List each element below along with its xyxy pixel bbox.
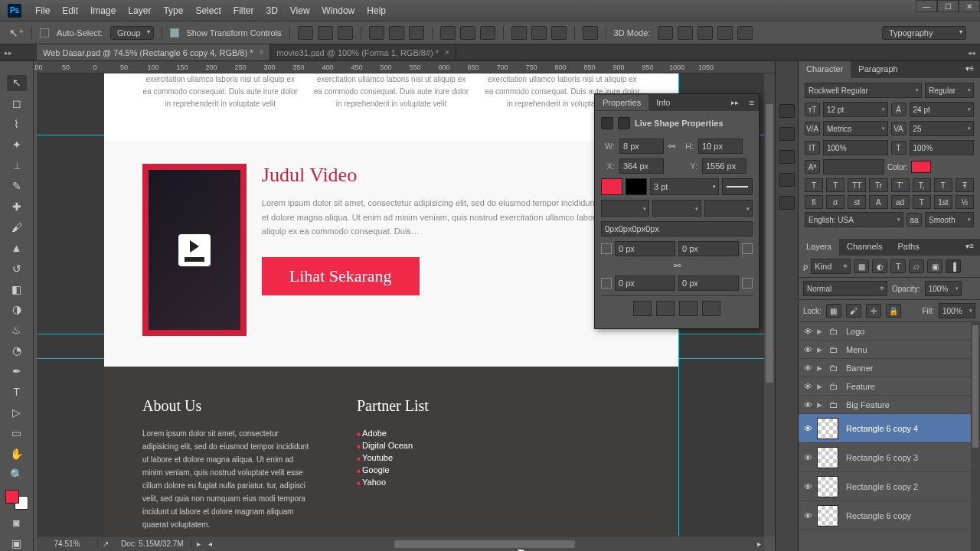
expand-panels-left-icon[interactable]: ▸▸ xyxy=(5,49,12,57)
layer-row[interactable]: 👁Rectangle 6 copy 4 xyxy=(799,414,980,443)
menu-filter[interactable]: Filter xyxy=(227,5,260,16)
text-style-button[interactable]: TT xyxy=(848,178,866,192)
text-style-button[interactable]: T, xyxy=(913,178,931,192)
type-tool[interactable]: T xyxy=(7,384,27,400)
lasso-tool[interactable]: ⌇ xyxy=(7,116,27,132)
visibility-toggle-icon[interactable]: 👁 xyxy=(802,400,814,409)
fill-swatch[interactable] xyxy=(601,178,622,195)
minimize-button[interactable]: — xyxy=(916,0,937,12)
align-icon[interactable] xyxy=(318,26,333,40)
stroke-align-dropdown[interactable]: ▾ xyxy=(601,200,649,217)
scroll-left-icon[interactable]: ◂ xyxy=(205,540,215,548)
close-tab-icon[interactable]: × xyxy=(445,48,449,57)
scroll-right-icon[interactable]: ▸ xyxy=(754,540,764,548)
expand-icon[interactable]: ▶ xyxy=(817,401,826,409)
props-action-icon[interactable] xyxy=(702,301,720,316)
layer-row[interactable]: 👁▶🗀Menu xyxy=(799,341,980,359)
visibility-toggle-icon[interactable]: 👁 xyxy=(802,382,814,391)
visibility-toggle-icon[interactable]: 👁 xyxy=(802,364,814,373)
opentype-button[interactable]: ½ xyxy=(956,195,974,209)
canvas-vertical-scrollbar[interactable] xyxy=(764,73,775,536)
pen-tool[interactable]: ✒ xyxy=(7,364,27,380)
distribute-icon[interactable] xyxy=(480,26,495,40)
fill-field[interactable]: 100%▾ xyxy=(939,303,975,318)
mode3d-icon[interactable] xyxy=(717,26,733,40)
wand-tool[interactable]: ✦ xyxy=(7,137,27,153)
text-style-button[interactable]: T' xyxy=(891,178,910,192)
mini-panel-icon[interactable] xyxy=(779,104,795,118)
visibility-toggle-icon[interactable]: 👁 xyxy=(802,511,814,520)
menu-help[interactable]: Help xyxy=(361,5,392,16)
auto-align-icon[interactable] xyxy=(583,26,598,40)
opacity-field[interactable]: 100%▾ xyxy=(925,281,962,296)
layer-row[interactable]: 👁Rectangle 6 copy xyxy=(799,501,980,530)
filter-type-icon[interactable]: T xyxy=(890,259,906,273)
mini-panel-icon[interactable] xyxy=(779,173,795,187)
layer-row[interactable]: 👁▶🗀Big Feature xyxy=(799,396,980,414)
opentype-button[interactable]: ad xyxy=(891,195,910,209)
expand-icon[interactable]: ▶ xyxy=(817,328,826,335)
align-icon[interactable] xyxy=(389,26,404,40)
hand-tool[interactable]: ✋ xyxy=(7,445,27,461)
collapse-panel-icon[interactable]: ▸▸ xyxy=(725,99,745,106)
text-style-button[interactable]: T xyxy=(826,178,844,192)
opentype-button[interactable]: T xyxy=(913,195,931,209)
panel-menu-icon[interactable]: ▾≡ xyxy=(959,61,980,78)
leading-field[interactable]: 24 pt▾ xyxy=(910,102,975,117)
blend-mode-dropdown[interactable]: Normal≑ xyxy=(803,281,887,296)
close-button[interactable]: ✕ xyxy=(959,0,980,12)
foreground-background-colors[interactable] xyxy=(5,490,28,510)
mode3d-icon[interactable] xyxy=(697,26,713,40)
stroke-corners-dropdown[interactable]: ▾ xyxy=(704,200,753,217)
expand-icon[interactable]: ▶ xyxy=(817,346,826,354)
text-style-button[interactable]: Tr xyxy=(869,178,887,192)
link-wh-icon[interactable]: ⚯ xyxy=(668,142,675,152)
tab-paragraph[interactable]: Paragraph xyxy=(851,61,905,78)
tab-info[interactable]: Info xyxy=(648,95,678,110)
link-corners-icon[interactable]: ⚯ xyxy=(674,261,681,270)
props-action-icon[interactable] xyxy=(679,301,697,316)
props-action-icon[interactable] xyxy=(656,301,675,316)
lock-paint-icon[interactable]: 🖌 xyxy=(846,304,861,318)
font-style-dropdown[interactable]: Regular▾ xyxy=(925,83,974,98)
layer-row[interactable]: 👁Rectangle 6 copy 2 xyxy=(799,472,980,501)
doc-size[interactable]: Doc: 5.15M/32.7M xyxy=(113,540,192,548)
document-tab[interactable]: movie31.psd @ 100% (Forma 1, RGB/8#) *× xyxy=(270,44,456,60)
filter-shape-icon[interactable]: ▱ xyxy=(909,259,924,273)
mode3d-icon[interactable] xyxy=(678,26,693,40)
doc-step-icon[interactable]: ▸ xyxy=(192,540,205,548)
tab-layers[interactable]: Layers xyxy=(799,239,839,256)
visibility-toggle-icon[interactable]: 👁 xyxy=(802,424,814,433)
width-field[interactable]: 8 px xyxy=(619,139,664,154)
crop-tool[interactable]: ⟂ xyxy=(7,158,27,174)
tracking-field[interactable]: 25▾ xyxy=(910,121,975,136)
stroke-caps-dropdown[interactable]: ▾ xyxy=(652,200,701,217)
shape-tool[interactable]: ▭ xyxy=(7,425,27,441)
mini-panel-icon[interactable] xyxy=(779,150,795,164)
stamp-tool[interactable]: ▲ xyxy=(7,240,27,256)
corner-tl-icon[interactable] xyxy=(601,243,612,254)
history-brush-tool[interactable]: ↺ xyxy=(7,260,27,276)
text-color-swatch[interactable] xyxy=(911,161,931,173)
screen-mode-icon[interactable]: ▣ xyxy=(7,535,27,551)
eyedropper-tool[interactable]: ✎ xyxy=(7,178,27,194)
mode3d-icon[interactable] xyxy=(737,26,753,40)
workspace-switcher[interactable]: Typography xyxy=(882,26,966,40)
tab-character[interactable]: Character xyxy=(799,61,851,78)
filter-toggle[interactable]: ▐ xyxy=(946,259,961,273)
opentype-button[interactable]: st xyxy=(848,195,866,209)
x-field[interactable]: 364 px xyxy=(619,158,664,174)
panel-menu-icon[interactable]: ≡ xyxy=(745,98,759,107)
distribute-icon[interactable] xyxy=(440,26,456,40)
filter-adjust-icon[interactable]: ◐ xyxy=(872,259,887,273)
text-style-button[interactable]: T xyxy=(805,178,823,192)
menu-type[interactable]: Type xyxy=(157,5,189,16)
props-action-icon[interactable] xyxy=(633,301,652,316)
tab-channels[interactable]: Channels xyxy=(839,239,890,256)
corner-tl-field[interactable]: 0 px xyxy=(615,241,675,256)
text-style-button[interactable]: T xyxy=(934,178,952,192)
lock-all-icon[interactable]: 🔒 xyxy=(886,304,901,318)
close-tab-icon[interactable]: × xyxy=(259,48,263,57)
move-tool[interactable]: ↖ xyxy=(7,75,27,91)
vscale-field[interactable]: 100% xyxy=(823,140,888,155)
